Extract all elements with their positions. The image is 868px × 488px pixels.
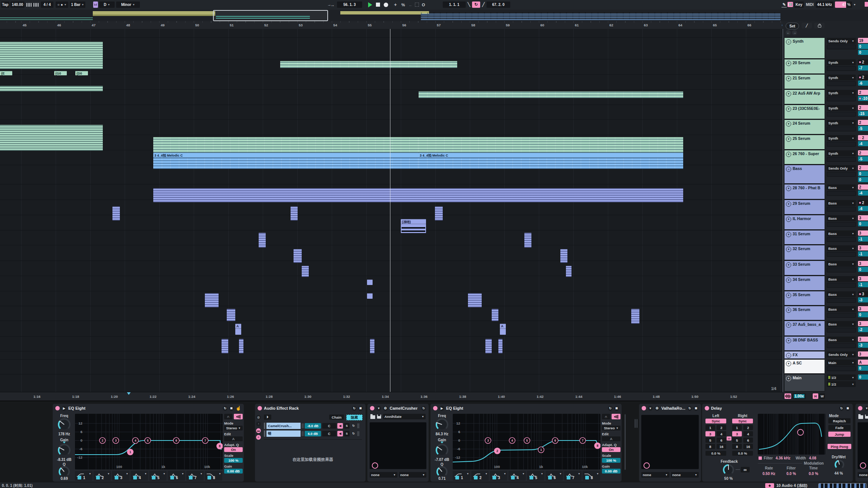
- track-header-34-serum[interactable]: ▾34 SerumBass▼3-1: [784, 276, 868, 291]
- track-fold-icon[interactable]: ▾: [786, 202, 791, 207]
- clip-A[interactable]: A: [235, 324, 241, 335]
- track-input-box[interactable]: [827, 283, 856, 288]
- track-input-box[interactable]: [827, 142, 856, 147]
- eq-band-8[interactable]: ▼8: [205, 471, 222, 481]
- edit-value-box[interactable]: A: [224, 436, 243, 441]
- delay-left-beat-4[interactable]: 4: [717, 431, 726, 436]
- track-header-38-dnf-bass[interactable]: ▾38 DNF BASSBass▼3-3: [784, 336, 868, 351]
- bar-label[interactable]: 63: [644, 23, 648, 27]
- clip-E[interactable]: {E: [0, 71, 12, 75]
- delay-right-beat-2[interactable]: 2: [743, 425, 753, 430]
- track-routing-menu[interactable]: Synth▼: [827, 75, 856, 81]
- track-volume-value[interactable]: -6: [858, 81, 868, 86]
- rack-rail-icon[interactable]: ◎: [256, 415, 261, 420]
- midi-map-button[interactable]: MIDI: [805, 1, 815, 8]
- infinite-feedback-button[interactable]: ∞: [741, 467, 750, 472]
- clip-冻结[interactable]: (冻结): [401, 219, 426, 233]
- track-input-box[interactable]: [827, 127, 856, 131]
- eq-band-4[interactable]: ▼4: [508, 471, 526, 481]
- eq-band-active-toggle[interactable]: [455, 476, 459, 479]
- eq-band-menu-arrow[interactable]: ▼: [89, 472, 91, 475]
- rate-value[interactable]: 0.50 Hz: [759, 472, 779, 476]
- chain-activator-speaker-icon[interactable]: ◀: [337, 431, 343, 436]
- chain-solo-button[interactable]: S: [344, 423, 350, 429]
- clip[interactable]: [631, 309, 639, 324]
- chain-hot-swap-icon[interactable]: ↻: [351, 423, 356, 429]
- scale-mode-icon[interactable]: ♭♯: [93, 1, 98, 8]
- track-input-box[interactable]: [827, 298, 856, 303]
- track-number-badge[interactable]: A: [858, 360, 868, 365]
- eq-band-active-toggle[interactable]: [511, 476, 515, 479]
- scrollbar[interactable]: [782, 29, 783, 392]
- device-edit-icon[interactable]: ⚙: [383, 406, 388, 411]
- track-name[interactable]: ▾25 Serum: [784, 135, 825, 150]
- plugin-param-left[interactable]: none: [858, 472, 868, 478]
- track-volume-value[interactable]: -3: [858, 343, 868, 348]
- device-expand-icon[interactable]: ▶: [62, 406, 66, 411]
- track-routing-menu[interactable]: Bass▼: [827, 321, 856, 327]
- mode-select[interactable]: Stereo▼: [602, 426, 620, 430]
- computer-midi-keyboard-button[interactable]: [787, 2, 793, 7]
- adapt-q-toggle[interactable]: On: [224, 447, 243, 452]
- device-dropdown-icon[interactable]: ▼: [376, 406, 381, 411]
- mode-jump-button[interactable]: Jump: [828, 432, 851, 437]
- clip[interactable]: [294, 249, 302, 263]
- device-title-bar[interactable]: Audio Effect Rack↻▣: [255, 404, 366, 413]
- track-header-bass[interactable]: ≡BassSends Only▼200: [784, 165, 868, 184]
- clip[interactable]: [259, 233, 266, 248]
- time-label[interactable]: 1:40: [498, 394, 505, 399]
- track-name[interactable]: ▾23 {33C55E0E-: [784, 105, 825, 119]
- hot-swap-icon[interactable]: ↻: [687, 406, 692, 411]
- clip[interactable]: [498, 339, 502, 353]
- time-label[interactable]: 1:20: [111, 394, 118, 399]
- track-routing-menu[interactable]: Synth▼: [827, 90, 856, 96]
- bar-label[interactable]: 51: [230, 23, 234, 27]
- dry-wet-knob[interactable]: [835, 460, 844, 469]
- bar-label[interactable]: 56: [402, 23, 406, 27]
- track-input-box[interactable]: [827, 343, 856, 348]
- stop-button[interactable]: [374, 1, 381, 8]
- loop-length-field[interactable]: 67. 2. 0: [487, 1, 510, 8]
- track-name[interactable]: ▾Main: [784, 374, 825, 392]
- track-volume-value[interactable]: -2: [858, 327, 868, 332]
- eq-band-menu-arrow[interactable]: ▼: [163, 472, 166, 475]
- track-fold-icon[interactable]: ▾: [786, 76, 791, 81]
- chain-solo-button[interactable]: S: [344, 431, 350, 436]
- rack-chain-1[interactable]: CamelCrush...-8.0 dBC◀S↻: [264, 422, 359, 429]
- hot-swap-icon[interactable]: ↻: [608, 406, 613, 411]
- track-input-box[interactable]: [827, 366, 856, 371]
- ping-pong-button[interactable]: Ping Pong: [828, 444, 851, 449]
- track-name[interactable]: ≡FX: [784, 351, 825, 359]
- track-input-box[interactable]: [827, 96, 856, 101]
- track-volume-value[interactable]: -1: [858, 251, 868, 256]
- tap-tempo-button[interactable]: Tap: [1, 1, 9, 8]
- plugin-unfold-circle[interactable]: [643, 462, 650, 469]
- track-number-badge[interactable]: 3: [858, 291, 868, 297]
- eq-band-active-toggle[interactable]: [548, 476, 552, 479]
- hot-swap-icon[interactable]: ↻: [421, 406, 426, 411]
- delay-left-sync-button[interactable]: Sync: [705, 419, 726, 423]
- eq-band-4[interactable]: ▼4: [131, 471, 148, 481]
- eq-band-5[interactable]: ▼5: [149, 471, 167, 481]
- chain-button[interactable]: Chain: [329, 415, 344, 420]
- device-dropdown-icon[interactable]: ▼: [864, 406, 868, 411]
- device-title-bar[interactable]: ▼⚙ValhallaRo...↻▣: [639, 404, 701, 413]
- eq-band-active-toggle[interactable]: [530, 476, 533, 479]
- track-number-badge[interactable]: 3: [858, 306, 868, 311]
- time-label[interactable]: 1:18: [72, 394, 79, 399]
- track-routing-menu[interactable]: Bass▼: [827, 261, 856, 267]
- track-number-badge[interactable]: 2: [858, 120, 868, 125]
- eq-band-menu-arrow[interactable]: ▼: [181, 472, 184, 475]
- track-header-24-serum[interactable]: ▾24 SerumSynth▼2-5: [784, 119, 868, 135]
- eq-band-7[interactable]: ▼7: [564, 471, 582, 481]
- q-knob[interactable]: [436, 466, 448, 477]
- time-label[interactable]: 1:34: [382, 394, 389, 399]
- key-map-button[interactable]: Key: [794, 1, 804, 8]
- eq-curve-display[interactable]: 1260-6-121001k10k34567128: [453, 414, 600, 469]
- time-label[interactable]: 1:30: [304, 394, 311, 399]
- track-fold-icon[interactable]: ▾: [786, 121, 791, 127]
- hide-button[interactable]: 隐藏: [346, 415, 363, 420]
- loop-switch[interactable]: ↻: [472, 1, 480, 8]
- clip[interactable]: [205, 293, 219, 307]
- preset-save-icon[interactable]: [377, 415, 381, 419]
